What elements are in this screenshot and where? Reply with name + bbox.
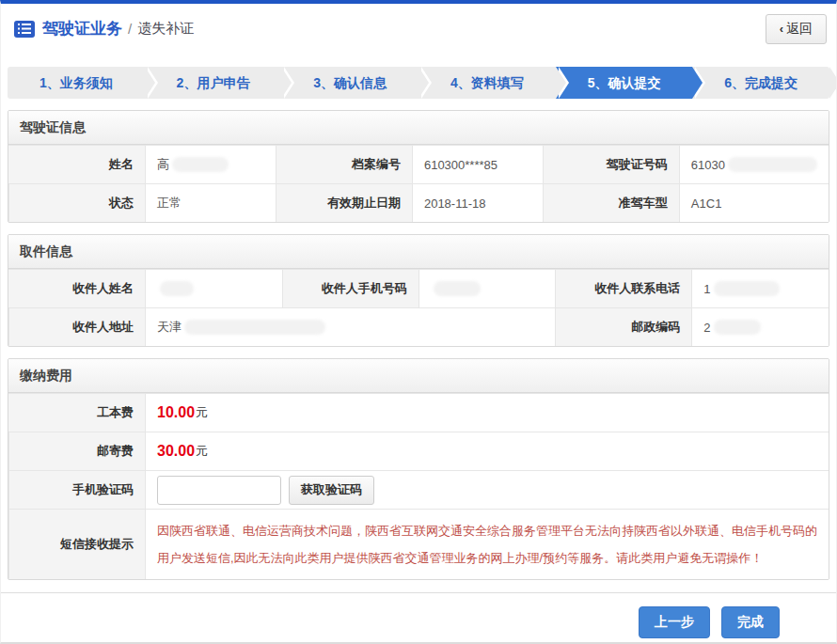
step-6-complete-submit[interactable]: 6、完成提交 bbox=[692, 67, 829, 99]
fees-section-title: 缴纳费用 bbox=[8, 359, 829, 393]
license-section-title: 驾驶证信息 bbox=[8, 111, 829, 145]
step-wizard: 1、业务须知 2、用户申告 3、确认信息 4、资料填写 5、确认提交 6、完成提… bbox=[8, 67, 829, 99]
mailing-fee-value: 30.00元 bbox=[145, 432, 829, 470]
recipient-name-label: 收件人姓名 bbox=[8, 269, 145, 307]
recipient-address-label: 收件人地址 bbox=[8, 307, 145, 346]
redacted-blur bbox=[714, 320, 761, 335]
back-button[interactable]: ‹返回 bbox=[766, 14, 827, 44]
file-number-value: 610300****85 bbox=[412, 145, 543, 183]
step-5-confirm-submit[interactable]: 5、确认提交 bbox=[556, 67, 693, 99]
postal-code-label: 邮政编码 bbox=[555, 307, 691, 346]
step-4-fill-data[interactable]: 4、资料填写 bbox=[418, 67, 556, 99]
name-label: 姓名 bbox=[8, 145, 145, 183]
name-value: 高 bbox=[145, 145, 276, 183]
breadcrumb-current: 遗失补证 bbox=[137, 20, 194, 38]
sms-notice-label: 短信接收提示 bbox=[8, 509, 145, 579]
fee-unit: 元 bbox=[196, 443, 208, 460]
recipient-address-value: 天津 bbox=[145, 307, 555, 346]
back-button-label: 返回 bbox=[786, 21, 813, 36]
recipient-mobile-value bbox=[418, 269, 556, 307]
page-title: 驾驶证业务 bbox=[42, 18, 122, 39]
file-number-label: 档案编号 bbox=[276, 145, 412, 183]
license-number-label: 驾驶证号码 bbox=[543, 145, 679, 183]
previous-step-button[interactable]: 上一步 bbox=[639, 606, 710, 638]
vehicle-class-value: A1C1 bbox=[679, 183, 829, 222]
vehicle-class-label: 准驾车型 bbox=[543, 183, 679, 222]
step-2-user-declaration[interactable]: 2、用户申告 bbox=[145, 67, 282, 99]
finish-button[interactable]: 完成 bbox=[721, 606, 780, 638]
postal-code-value: 2 bbox=[691, 307, 829, 346]
redacted-blur bbox=[184, 320, 325, 335]
fee-unit: 元 bbox=[196, 404, 208, 421]
recipient-name-value bbox=[145, 269, 282, 307]
status-label: 状态 bbox=[8, 183, 145, 222]
step-3-confirm-info[interactable]: 3、确认信息 bbox=[281, 67, 418, 99]
footer-actions: 上一步 完成 bbox=[1, 592, 836, 638]
expiry-date-value: 2018-11-18 bbox=[412, 183, 543, 222]
status-value: 正常 bbox=[145, 183, 276, 222]
form-list-icon bbox=[14, 21, 35, 38]
redacted-blur bbox=[434, 281, 481, 296]
license-info-section: 驾驶证信息 姓名 高 档案编号 610300****85 驾驶证号码 61030… bbox=[8, 110, 829, 223]
redacted-blur bbox=[714, 281, 780, 296]
redacted-blur bbox=[172, 157, 229, 172]
redacted-blur bbox=[728, 157, 817, 172]
get-sms-code-button[interactable]: 获取验证码 bbox=[289, 476, 374, 505]
sms-code-row: 获取验证码 bbox=[145, 470, 829, 509]
recipient-phone-label: 收件人联系电话 bbox=[555, 269, 691, 307]
recipient-mobile-label: 收件人手机号码 bbox=[282, 269, 418, 307]
production-fee-value: 10.00元 bbox=[145, 393, 829, 432]
production-fee-label: 工本费 bbox=[8, 393, 145, 432]
fee-amount: 30.00 bbox=[157, 443, 195, 460]
sms-code-input[interactable] bbox=[157, 476, 281, 505]
expiry-date-label: 有效期止日期 bbox=[276, 183, 412, 222]
driver-license-service-page: 驾驶证业务 / 遗失补证 ‹返回 1、业务须知 2、用户申告 3、确认信息 4、… bbox=[0, 0, 837, 644]
breadcrumb-separator: / bbox=[128, 21, 132, 37]
sms-notice-cell: 因陕西省联通、电信运营商技术问题，陕西省互联网交通安全综合服务管理平台无法向持陕… bbox=[145, 509, 829, 579]
pickup-info-section: 取件信息 收件人姓名 收件人手机号码 收件人联系电话 1 收件人地址 天津 邮政… bbox=[8, 234, 829, 347]
page-header: 驾驶证业务 / 遗失补证 ‹返回 bbox=[1, 4, 836, 54]
fee-amount: 10.00 bbox=[157, 404, 195, 421]
step-1-business-notice[interactable]: 1、业务须知 bbox=[8, 67, 145, 99]
redacted-blur bbox=[160, 281, 194, 296]
chevron-left-icon: ‹ bbox=[780, 22, 783, 36]
sms-notice-text: 因陕西省联通、电信运营商技术问题，陕西省互联网交通安全综合服务管理平台无法向持陕… bbox=[157, 513, 817, 575]
pickup-section-title: 取件信息 bbox=[8, 235, 829, 269]
mailing-fee-label: 邮寄费 bbox=[8, 432, 145, 470]
recipient-phone-value: 1 bbox=[691, 269, 829, 307]
sms-code-label: 手机验证码 bbox=[8, 470, 145, 509]
license-number-value: 61030 bbox=[679, 145, 829, 183]
fees-section: 缴纳费用 工本费 10.00元 邮寄费 30.00元 手机验证码 获取验证码 短… bbox=[8, 358, 829, 580]
